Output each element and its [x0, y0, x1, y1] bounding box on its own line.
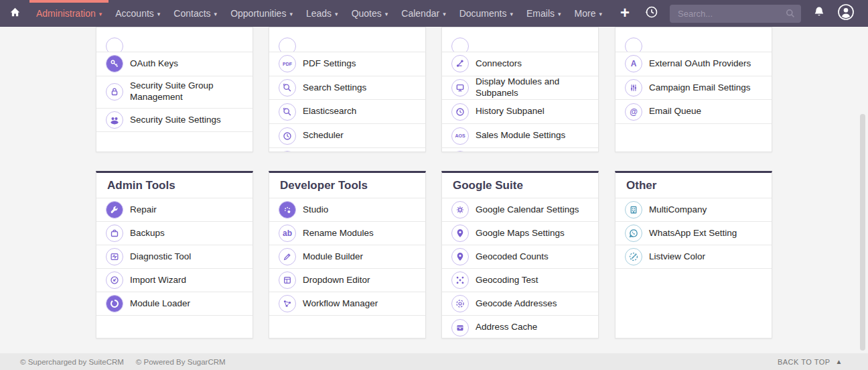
admin-link-pdf-settings[interactable]: PDFPDF Settings [269, 52, 425, 76]
chevron-down-icon: ▾ [599, 11, 602, 17]
nav-item-more[interactable]: More▾ [568, 0, 609, 27]
user-menu-button[interactable] [837, 5, 855, 22]
admin-link-label: Sales Module Settings [476, 130, 571, 141]
quick-create-button[interactable]: + [616, 5, 634, 22]
chevron-down-icon: ▾ [385, 11, 388, 17]
geotest-icon [451, 271, 469, 289]
admin-link-workflow-manager[interactable]: Workflow Manager [269, 292, 425, 315]
admin-link-dropdown-editor[interactable]: Dropdown Editor [269, 268, 425, 292]
admin-link-label: Studio [303, 204, 334, 216]
admin-link-sales-module-settings[interactable]: AOSSales Module Settings [442, 123, 598, 147]
admin-link-security-suite-group-management[interactable]: Security Suite Group Management [96, 76, 252, 108]
themes-icon [279, 151, 296, 152]
admin-link-listview-color[interactable]: Listview Color [616, 245, 772, 268]
nav-item-calendar[interactable]: Calendar▾ [394, 0, 452, 27]
admin-link-security-suite-settings[interactable]: Security Suite Settings [96, 108, 252, 132]
admin-link-rename-modules[interactable]: abRename Modules [269, 221, 425, 245]
nav-item-contacts[interactable]: Contacts▾ [167, 0, 224, 27]
nav-item-documents[interactable]: Documents▾ [453, 0, 520, 27]
lock-icon [106, 83, 123, 101]
admin-link-external-oauth-providers[interactable]: AExternal OAuth Providers [616, 52, 772, 76]
nav-item-opportunities[interactable]: Opportunities▾ [224, 0, 299, 27]
building-icon [625, 201, 642, 219]
whatsapp-icon [625, 225, 642, 242]
vertical-scrollbar[interactable] [860, 114, 865, 351]
admin-panels-area: OAuth KeysSecurity Suite Group Managemen… [0, 27, 868, 353]
admin-link-import-wizard[interactable]: Import Wizard [96, 268, 252, 292]
nav-item-emails[interactable]: Emails▾ [520, 0, 568, 27]
nav-item-accounts[interactable]: Accounts▾ [108, 0, 167, 27]
admin-link-geocoded-counts[interactable]: Geocoded Counts [442, 245, 598, 268]
panel-empty-space [616, 123, 772, 151]
nav-item-quotes[interactable]: Quotes▾ [345, 0, 395, 27]
snail-glyph: @ [630, 107, 638, 117]
search-icon[interactable] [785, 8, 796, 21]
admin-link-module-builder[interactable]: Module Builder [269, 245, 425, 268]
workflow-icon [279, 295, 296, 312]
search-input[interactable] [670, 5, 801, 23]
admin-link-connectors[interactable]: Connectors [442, 52, 598, 76]
aos-icon: AOS [451, 127, 469, 145]
admin-link-label: Google Maps Settings [476, 228, 570, 239]
admin-link-label: PDF Settings [303, 58, 362, 70]
partial-icon [106, 38, 123, 52]
admin-link-whatsapp-ext-setting[interactable]: WhatsApp Ext Setting [616, 221, 772, 245]
admin-link-email-queue[interactable]: @Email Queue [616, 99, 772, 123]
home-button[interactable] [0, 0, 29, 27]
nav-item-administration[interactable]: Administration▾ [29, 0, 108, 27]
admin-link-repair[interactable]: Repair [96, 198, 252, 221]
search-icon [279, 79, 296, 97]
admin-link-label: OAuth Keys [130, 58, 184, 70]
panel-google-suite: Google SuiteGoogle Calendar SettingsGoog… [441, 171, 599, 338]
admin-link-label: Dropdown Editor [303, 275, 376, 286]
admin-link-google-calendar-settings[interactable]: Google Calendar Settings [442, 198, 598, 221]
admin-link-label: Geocoded Counts [476, 251, 554, 263]
admin-link-studio[interactable]: Studio [269, 198, 425, 221]
nav-item-label: More [575, 8, 596, 19]
admin-link-label: Email Queue [649, 106, 707, 117]
admin-link-elasticsearch[interactable]: Elasticsearch [269, 99, 425, 123]
bell-icon [812, 5, 826, 21]
chevron-down-icon: ▾ [510, 11, 513, 17]
notifications-button[interactable] [810, 5, 828, 22]
nav-item-leads[interactable]: Leads▾ [299, 0, 345, 27]
partial-icon [279, 38, 296, 52]
admin-link-module-loader[interactable]: Module Loader [96, 292, 252, 315]
footer-copyright: © Supercharged by SuiteCRM © Powered By … [0, 358, 226, 366]
admin-link-search-settings[interactable]: Search Settings [269, 76, 425, 100]
nav-item-label: Administration [36, 8, 96, 19]
admin-link-google-maps-settings[interactable]: Google Maps Settings [442, 221, 598, 245]
palette-icon [279, 201, 296, 219]
admin-link-diagnostic-tool[interactable]: Diagnostic Tool [96, 245, 252, 268]
back-to-top-button[interactable]: BACK TO TOP ▲ [778, 358, 868, 366]
admin-link-label: Module Loader [130, 298, 196, 310]
admin-link-multicompany[interactable]: MultiCompany [616, 198, 772, 221]
admin-link-backups[interactable]: Backups [96, 221, 252, 245]
admin-link-themes[interactable]: Themes [269, 147, 425, 152]
recently-viewed-button[interactable] [643, 5, 660, 22]
admin-link-label: Display Modules and Subpanels [476, 76, 598, 99]
dropper-icon [625, 248, 642, 265]
pdf-glyph: PDF [283, 62, 292, 66]
admin-link-geocoding-test[interactable]: Geocoding Test [442, 268, 598, 292]
snail-icon: @ [625, 103, 642, 121]
panel-scrolled-1: OAuth KeysSecurity Suite Group Managemen… [96, 27, 253, 152]
admin-link-releases[interactable]: Releases [442, 147, 598, 152]
search-icon [279, 103, 296, 121]
panel-title: Other [616, 173, 772, 198]
admin-link-history-subpanel[interactable]: History Subpanel [442, 99, 598, 123]
plus-icon: + [620, 5, 630, 21]
admin-link-label: Repair [130, 204, 162, 216]
admin-link-display-modules-and-subpanels[interactable]: Display Modules and Subpanels [442, 76, 598, 100]
admin-link-campaign-email-settings[interactable]: Campaign Email Settings [616, 76, 772, 100]
admin-link-address-cache[interactable]: Address Cache [442, 315, 598, 338]
admin-link-geocode-addresses[interactable]: Geocode Addresses [442, 292, 598, 315]
admin-link-scheduler[interactable]: Scheduler [269, 123, 425, 147]
admin-link-label: History Subpanel [476, 106, 550, 117]
nav-item-label: Leads [306, 8, 332, 19]
panel-empty-space [96, 315, 252, 338]
pulse-icon [106, 248, 123, 265]
admin-link-label: Diagnostic Tool [130, 251, 196, 263]
admin-link-label: Backups [130, 228, 170, 239]
admin-link-oauth-keys[interactable]: OAuth Keys [96, 52, 252, 76]
